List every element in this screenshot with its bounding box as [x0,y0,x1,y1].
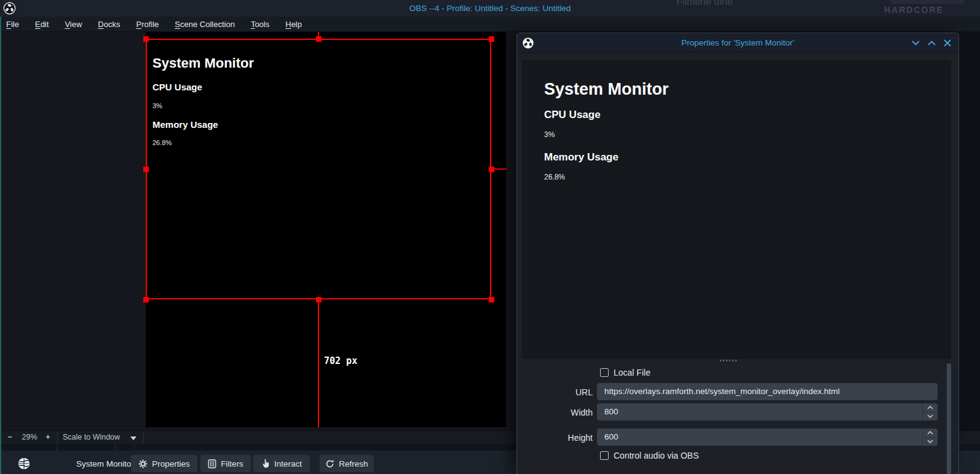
selected-source-row[interactable]: System Monitor [17,455,31,472]
guide-line-bottom [318,299,319,427]
width-input[interactable]: 800 [597,403,938,421]
height-spin-down-icon[interactable] [923,437,938,446]
source-selection-box[interactable] [146,39,491,299]
resize-handle-bottom-center[interactable] [316,297,322,302]
statusbar-separator [57,432,58,443]
preview-resize-handle[interactable] [720,360,738,361]
hand-pointer-icon [261,459,270,468]
width-spinner [922,403,938,421]
width-label: Width [534,408,593,417]
height-value: 600 [604,432,618,441]
resize-handle-bottom-right[interactable] [489,297,494,302]
width-spin-up-icon[interactable] [923,403,938,412]
refresh-button[interactable]: Refresh [320,455,374,472]
properties-panel: Properties for 'System Monitor' System M… [516,33,959,474]
zoom-in-button[interactable]: + [43,431,53,444]
gear-icon [138,459,148,468]
scale-mode-select[interactable]: Scale to Window [63,431,120,444]
control-audio-checkbox[interactable] [600,451,609,460]
filters-button[interactable]: Filters [200,455,251,472]
menu-scene-collection[interactable]: Scene Collection [175,20,235,29]
scale-mode-caret-icon[interactable] [130,436,136,440]
menu-docks[interactable]: Docks [98,20,120,29]
preview-overlay-mem-value: 26.8% [544,173,565,181]
zoom-out-button[interactable]: − [5,431,15,444]
zoom-level: 29% [17,431,42,444]
local-file-checkbox[interactable] [600,368,609,377]
control-audio-label: Control audio via OBS [614,451,699,460]
url-input[interactable]: https://overlays.ramforth.net/system_mon… [597,383,938,400]
filters-button-label: Filters [221,459,243,468]
width-value: 800 [604,407,618,416]
window-edge-accent [0,17,1,474]
width-spin-down-icon[interactable] [923,412,938,421]
resize-handle-bottom-left[interactable] [143,297,149,302]
height-label: Height [534,433,593,443]
dock-chevron-up-icon[interactable] [927,38,936,48]
obs-window: Filmene dine HARDCORE OBS --4 - Profile:… [0,0,980,474]
height-spinner [922,429,938,446]
menu-help[interactable]: Help [285,20,302,29]
interact-button-label: Interact [274,459,302,468]
title-bar[interactable]: Filmene dine HARDCORE OBS --4 - Profile:… [0,0,980,17]
sources-column-separator [115,444,116,451]
properties-button[interactable]: Properties [131,455,197,472]
refresh-button-label: Refresh [339,459,368,468]
sources-column-separator [57,444,57,451]
properties-panel-title: Properties for 'System Monitor' [517,33,958,53]
menu-tools[interactable]: Tools [251,20,269,29]
browser-source-icon [17,457,31,470]
preview-overlay-mem-label: Memory Usage [544,151,618,164]
preview-overlay-cpu-label: CPU Usage [544,109,601,121]
resize-handle-top-center[interactable] [316,36,322,42]
local-file-label: Local File [614,368,650,377]
sources-column-separator [134,444,135,451]
resize-handle-mid-left[interactable] [143,167,149,172]
dock-chevron-down-icon[interactable] [911,38,920,48]
refresh-icon [325,459,334,468]
resize-handle-top-right[interactable] [489,36,494,42]
properties-panel-header[interactable]: Properties for 'System Monitor' [517,33,958,53]
properties-button-label: Properties [152,459,190,468]
height-input[interactable]: 600 [597,429,938,446]
preview-overlay-title: System Monitor [544,80,669,99]
preview-overlay-cpu-value: 3% [544,130,555,139]
menu-edit[interactable]: Edit [35,20,49,29]
interact-button[interactable]: Interact [253,455,310,472]
menu-profile[interactable]: Profile [136,20,159,29]
browser-source-preview: System Monitor CPU Usage 3% Memory Usage… [522,60,951,359]
close-icon[interactable] [942,38,952,48]
measure-label: 702 px [324,355,357,366]
menu-view[interactable]: View [65,20,82,29]
statusbar-separator [143,432,144,443]
properties-scrollbar[interactable] [947,363,951,474]
selected-source-name: System Monitor [76,459,134,468]
url-label: URL [534,387,593,397]
resize-handle-mid-right[interactable] [489,167,494,172]
menu-bar: File Edit View Docks Profile Scene Colle… [0,17,980,32]
menu-file[interactable]: File [6,20,19,29]
filter-icon [208,459,216,468]
height-spin-up-icon[interactable] [923,429,938,437]
resize-handle-top-left[interactable] [143,36,149,42]
window-title: OBS --4 - Profile: Untitled - Scenes: Un… [0,0,980,17]
